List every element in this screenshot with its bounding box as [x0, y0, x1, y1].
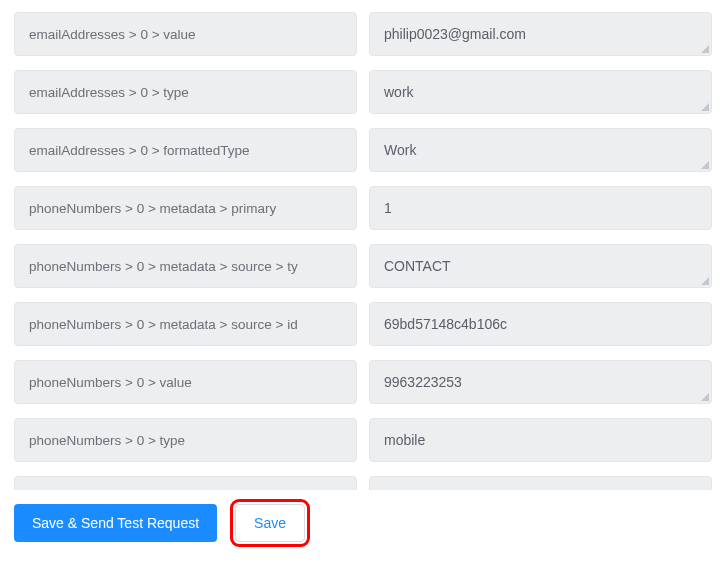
field-value-input[interactable]: 1 — [369, 186, 712, 230]
field-value-input[interactable]: philip0023@gmail.com — [369, 12, 712, 56]
field-row: phoneNumbers > 0 > metadata > source > i… — [14, 302, 712, 346]
field-row: phoneNumbers > 0 > formattedTypeMobile — [14, 476, 712, 490]
field-row: emailAddresses > 0 > formattedTypeWork — [14, 128, 712, 172]
field-key-input[interactable]: phoneNumbers > 0 > metadata > primary — [14, 186, 357, 230]
field-value-input[interactable]: Mobile — [369, 476, 712, 490]
field-row: phoneNumbers > 0 > typemobile — [14, 418, 712, 462]
fields-scroll-area[interactable]: emailAddresses > 0 > valuephilip0023@gma… — [0, 0, 726, 490]
field-value-input[interactable]: Work — [369, 128, 712, 172]
field-value-input[interactable]: CONTACT — [369, 244, 712, 288]
action-bar: Save & Send Test Request Save — [0, 490, 726, 556]
save-send-test-button[interactable]: Save & Send Test Request — [14, 504, 217, 542]
field-key-input[interactable]: phoneNumbers > 0 > metadata > source > i… — [14, 302, 357, 346]
field-key-input[interactable]: phoneNumbers > 0 > type — [14, 418, 357, 462]
field-row: phoneNumbers > 0 > value9963223253 — [14, 360, 712, 404]
field-key-input[interactable]: emailAddresses > 0 > formattedType — [14, 128, 357, 172]
field-key-input[interactable]: phoneNumbers > 0 > value — [14, 360, 357, 404]
field-value-input[interactable]: work — [369, 70, 712, 114]
field-key-input[interactable]: emailAddresses > 0 > type — [14, 70, 357, 114]
field-row: phoneNumbers > 0 > metadata > source > t… — [14, 244, 712, 288]
field-key-input[interactable]: phoneNumbers > 0 > metadata > source > t… — [14, 244, 357, 288]
field-row: emailAddresses > 0 > typework — [14, 70, 712, 114]
field-value-input[interactable]: mobile — [369, 418, 712, 462]
field-value-input[interactable]: 69bd57148c4b106c — [369, 302, 712, 346]
field-key-input[interactable]: phoneNumbers > 0 > formattedType — [14, 476, 357, 490]
field-row: emailAddresses > 0 > valuephilip0023@gma… — [14, 12, 712, 56]
field-row: phoneNumbers > 0 > metadata > primary1 — [14, 186, 712, 230]
save-button[interactable]: Save — [235, 504, 305, 542]
field-key-input[interactable]: emailAddresses > 0 > value — [14, 12, 357, 56]
field-value-input[interactable]: 9963223253 — [369, 360, 712, 404]
